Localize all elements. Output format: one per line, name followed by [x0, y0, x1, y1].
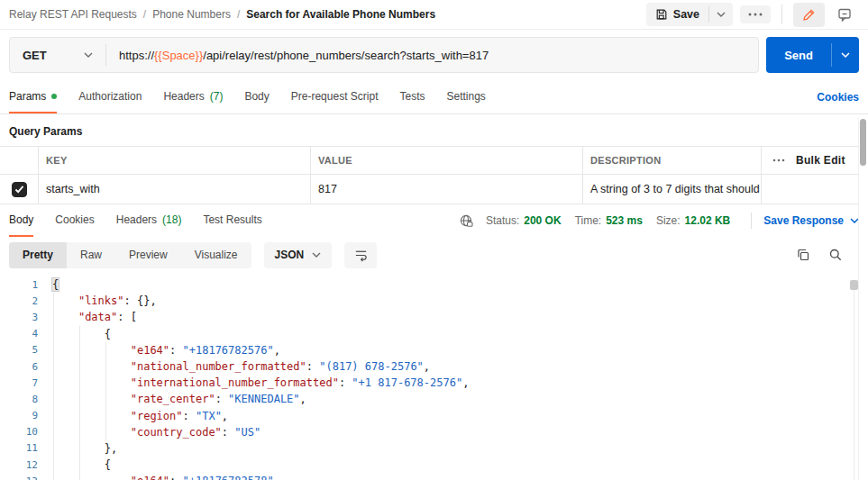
cookies-link-label: Cookies [817, 91, 859, 104]
response-tab-headers[interactable]: Headers (18) [116, 204, 182, 237]
param-description-cell[interactable]: A string of 3 to 7 digits that should be… [583, 175, 762, 204]
format-selector[interactable]: JSON [264, 242, 333, 268]
search-response-button[interactable] [828, 248, 843, 262]
tab-settings[interactable]: Settings [447, 80, 486, 113]
comment-button[interactable] [830, 2, 859, 27]
header-checkbox-cell [0, 147, 39, 174]
url-group: GET https://{{Space}}/api/relay/rest/pho… [9, 37, 759, 73]
code-line: 3 "data": [ [0, 309, 868, 325]
divider [751, 213, 752, 229]
row-checkbox-cell [0, 175, 39, 204]
breadcrumb-separator: / [143, 8, 146, 21]
send-button[interactable]: Send [766, 37, 831, 73]
code-line: 10 "country_code": "US" [0, 424, 868, 440]
line-content: "data": [ [52, 311, 137, 323]
tab-tests[interactable]: Tests [399, 80, 425, 113]
main-scrollbar-track[interactable] [858, 117, 868, 480]
response-scrollbar-track[interactable] [854, 290, 854, 480]
view-preview[interactable]: Preview [115, 242, 181, 268]
url-input[interactable]: https://{{Space}}/api/relay/rest/phone_n… [106, 49, 758, 62]
line-content: "country_code": "US" [52, 426, 260, 439]
code-lines: 1{2 "links": {},3 "data": [4 {5 "e164": … [0, 276, 868, 480]
save-button[interactable]: Save [646, 3, 708, 26]
url-suffix: /api/relay/rest/phone_numbers/search?sta… [203, 49, 489, 62]
view-visualize-label: Visualize [195, 249, 238, 261]
tab-params[interactable]: Params [9, 80, 57, 113]
postman-request-window: Relay REST API Requests / Phone Numbers … [0, 0, 868, 480]
tab-params-label: Params [9, 90, 46, 103]
more-actions-button[interactable] [740, 5, 771, 23]
params-modified-dot [51, 94, 57, 99]
format-label: JSON [275, 249, 305, 261]
cookies-link[interactable]: Cookies [817, 80, 859, 113]
line-content: "links": {}, [52, 294, 157, 307]
code-line: 13 "e164": "+18176782578", [0, 473, 868, 480]
tab-pre-request-script[interactable]: Pre-request Script [291, 80, 379, 113]
view-pretty[interactable]: Pretty [9, 242, 67, 268]
line-number: 3 [0, 312, 52, 323]
size-label: Size: [656, 214, 681, 227]
save-button-label: Save [673, 8, 699, 21]
breadcrumb-collection[interactable]: Relay REST API Requests [9, 8, 137, 21]
url-variable: {{Space}} [154, 49, 203, 62]
size-value: 12.02 KB [685, 214, 731, 227]
line-number: 4 [0, 328, 52, 340]
main-scrollbar-thumb[interactable] [860, 119, 866, 166]
line-number: 7 [0, 377, 52, 389]
edit-button[interactable] [793, 3, 825, 27]
wrap-lines-button[interactable] [344, 242, 377, 268]
response-tab-test-results[interactable]: Test Results [203, 204, 261, 237]
line-number: 1 [0, 279, 52, 291]
breadcrumb-request-name[interactable]: Search for Available Phone Numbers [246, 8, 435, 21]
send-options-button[interactable] [832, 37, 859, 73]
indent-guide [79, 326, 80, 480]
line-number: 2 [0, 295, 52, 307]
breadcrumb-folder[interactable]: Phone Numbers [152, 8, 231, 21]
code-line: 11 }, [0, 440, 868, 457]
param-checkbox[interactable] [12, 182, 27, 197]
code-line: 5 "e164": "+18176782576", [0, 342, 868, 358]
bulk-edit-button[interactable]: Bulk Edit [796, 154, 845, 167]
view-visualize[interactable]: Visualize [181, 242, 251, 268]
code-line: 4 { [0, 326, 868, 342]
view-preview-label: Preview [129, 249, 168, 261]
view-raw[interactable]: Raw [67, 242, 115, 268]
save-response-button[interactable]: Save Response [763, 214, 859, 227]
response-tab-body[interactable]: Body [9, 204, 33, 237]
time-value: 523 ms [606, 214, 643, 227]
line-number: 9 [0, 410, 52, 421]
request-tabs: Params Authorization Headers (7) Body Pr… [0, 80, 868, 114]
line-content: }, [52, 442, 117, 455]
view-raw-label: Raw [80, 249, 102, 261]
request-bar: GET https://{{Space}}/api/relay/rest/pho… [0, 30, 868, 80]
tab-authorization[interactable]: Authorization [78, 80, 142, 113]
line-content: "e164": "+18176782578", [52, 475, 280, 480]
tab-body[interactable]: Body [244, 80, 269, 113]
param-value-cell[interactable]: 817 [311, 175, 583, 204]
row-extra-cell [762, 175, 858, 204]
response-body-editor[interactable]: 1{2 "links": {},3 "data": [4 {5 "e164": … [0, 273, 868, 480]
code-line: 8 "rate_center": "KENNEDALE", [0, 391, 868, 407]
line-content: "national_number_formatted": "(817) 678-… [52, 360, 430, 373]
url-prefix: https:// [119, 49, 154, 62]
response-tab-cookies[interactable]: Cookies [55, 204, 94, 237]
response-tab-body-label: Body [9, 213, 33, 226]
chevron-down-icon [84, 52, 93, 58]
tab-headers[interactable]: Headers (7) [163, 80, 223, 113]
divider [781, 5, 782, 24]
code-line: 2 "links": {}, [0, 293, 868, 309]
toolbar-right [796, 248, 859, 262]
tab-pre-request-script-label: Pre-request Script [291, 90, 379, 103]
copy-response-button[interactable] [796, 248, 810, 262]
response-scrollbar-thumb[interactable] [850, 280, 858, 290]
tab-body-label: Body [244, 90, 269, 103]
method-selector[interactable]: GET [10, 49, 105, 62]
method-label: GET [23, 49, 47, 62]
params-more-options-button[interactable] [772, 158, 785, 162]
param-key-cell[interactable]: starts_with [39, 175, 311, 204]
save-options-button[interactable] [709, 6, 733, 23]
chevron-down-icon [312, 252, 321, 258]
code-line: 6 "national_number_formatted": "(817) 67… [0, 358, 868, 375]
response-tab-headers-label: Headers [116, 213, 157, 226]
globe-lock-icon[interactable] [459, 213, 474, 229]
